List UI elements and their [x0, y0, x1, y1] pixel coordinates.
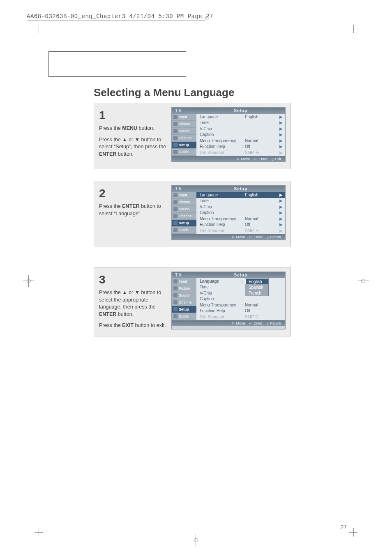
footer-enter: ↵Enter: [249, 321, 263, 325]
osd-row-time[interactable]: Time▶: [196, 120, 285, 126]
footer-return: ▯Return: [267, 235, 281, 239]
osd-row-vchip[interactable]: V-Chip▶: [196, 126, 285, 132]
osd-row-time[interactable]: Time: [196, 284, 285, 290]
chevron-right-icon: ▶: [279, 228, 283, 233]
return-icon: ▯: [267, 235, 269, 239]
sidebar-item-channel[interactable]: Channel: [172, 135, 196, 142]
sidebar-item-input[interactable]: Input: [172, 114, 196, 121]
registration-mark-icon: [357, 275, 369, 287]
osd-title: Setup: [196, 187, 285, 191]
picture-icon: [173, 122, 178, 126]
enter-icon: ↵: [249, 235, 252, 239]
guide-icon: [173, 314, 178, 318]
osd-screenshot-3: T V Setup Input Picture Sound Channel Se…: [171, 272, 286, 329]
osd-row-caption[interactable]: Caption▶: [196, 210, 285, 216]
sidebar-item-channel[interactable]: Channel: [172, 299, 196, 306]
header-rule: [27, 21, 205, 21]
step-3-text: 3 Press the ▲ or ▼ button to select the …: [99, 272, 166, 329]
osd-screenshot-1: T V Setup Input Picture Sound Channel Se…: [171, 107, 286, 162]
chevron-right-icon: ▶: [279, 132, 283, 137]
footer-enter: ↵Enter: [249, 235, 263, 239]
guide-icon: [173, 228, 178, 232]
sidebar-item-setup[interactable]: Setup: [172, 142, 196, 149]
osd-row-transparency[interactable]: Menu Transparency:Normal▶: [196, 138, 285, 144]
print-runner: AA68-03263B-00_eng_Chapter3 4/21/04 5:30…: [27, 13, 213, 20]
chevron-right-icon: ▶: [279, 205, 283, 209]
crop-tick-icon: [35, 25, 43, 33]
sidebar-item-guide[interactable]: Guide: [172, 149, 196, 156]
sidebar-item-sound[interactable]: Sound: [172, 292, 196, 299]
chevron-right-icon: ▶: [279, 222, 283, 227]
sound-icon: [173, 293, 178, 297]
updown-icon: ⇕: [231, 235, 235, 239]
section-placeholder-box: [48, 51, 186, 77]
sidebar-item-guide[interactable]: Guide: [172, 227, 196, 234]
osd-screenshot-2: T V Setup Input Picture Sound Channel Se…: [171, 185, 286, 240]
chevron-right-icon: ▶: [279, 150, 283, 155]
osd-row-functionhelp[interactable]: Function Help:Off▶: [196, 222, 285, 228]
chevron-right-icon: ▶: [279, 120, 283, 125]
sidebar-item-channel[interactable]: Channel: [172, 213, 196, 220]
registration-mark-icon: [201, 12, 213, 24]
popup-option-french[interactable]: French: [245, 290, 268, 296]
setup-icon: [173, 221, 178, 225]
sidebar-item-picture[interactable]: Picture: [172, 121, 196, 128]
osd-row-transparency[interactable]: Menu Transparency:Normal▶: [196, 216, 285, 222]
footer-move: ⇕Move: [231, 235, 245, 239]
updown-icon: ⇕: [236, 157, 240, 161]
chevron-right-icon: ▶: [279, 193, 283, 197]
chevron-right-icon: ▶: [279, 127, 283, 131]
step-1-number: 1: [99, 107, 166, 123]
sidebar-item-sound[interactable]: Sound: [172, 206, 196, 213]
osd-row-transparency[interactable]: Menu Transparency:Normal: [196, 302, 285, 308]
registration-mark-icon: [190, 534, 202, 546]
sidebar-item-guide[interactable]: Guide: [172, 313, 196, 320]
osd-title: Setup: [196, 108, 285, 113]
sound-icon: [173, 129, 178, 133]
osd-row-time[interactable]: Time▶: [196, 198, 285, 204]
enter-icon: ↵: [254, 157, 257, 161]
osd-row-dvi: DVI Standard:SMPTE▶: [196, 150, 285, 156]
sidebar-item-picture[interactable]: Picture: [172, 199, 196, 206]
popup-option-english[interactable]: English: [245, 279, 268, 284]
chevron-right-icon: ▶: [279, 115, 283, 119]
setup-icon: [173, 143, 178, 147]
osd-row-language[interactable]: Language:English▶: [196, 192, 285, 198]
osd-row-vchip[interactable]: V-Chip: [196, 290, 285, 296]
page-title: Selecting a Menu Language: [94, 86, 234, 99]
input-icon: [173, 193, 178, 197]
channel-icon: [173, 300, 178, 304]
sidebar-item-sound[interactable]: Sound: [172, 128, 196, 135]
sidebar-item-input[interactable]: Input: [172, 278, 196, 285]
osd-row-functionhelp[interactable]: Function Help:Off▶: [196, 144, 285, 150]
step-2-block: 2 Press the ENTER button to select “Lang…: [94, 181, 291, 247]
sidebar-item-picture[interactable]: Picture: [172, 285, 196, 292]
osd-row-vchip[interactable]: V-Chip▶: [196, 204, 285, 210]
osd-sidebar: Input Picture Sound Channel Setup Guide: [172, 278, 196, 320]
osd-title: Setup: [196, 273, 285, 277]
return-icon: ▯: [267, 321, 269, 325]
osd-row-language[interactable]: Language:: [196, 278, 285, 284]
sidebar-item-setup[interactable]: Setup: [172, 306, 196, 313]
step-2-text: 2 Press the ENTER button to select “Lang…: [99, 185, 166, 240]
chevron-right-icon: ▶: [279, 144, 283, 149]
osd-footer: ⇕Move ↵Enter ▯Return: [172, 320, 285, 326]
osd-row-caption[interactable]: Caption: [196, 296, 285, 302]
osd-row-language[interactable]: Language:English▶: [196, 114, 285, 120]
sidebar-item-input[interactable]: Input: [172, 192, 196, 199]
chevron-right-icon: ▶: [279, 198, 283, 203]
sidebar-item-setup[interactable]: Setup: [172, 220, 196, 227]
osd-header: T V Setup: [172, 186, 285, 192]
updown-icon: ⇕: [231, 321, 235, 325]
osd-tv-label: T V: [172, 273, 196, 277]
osd-list: Language:English▶ Time▶ V-Chip▶ Caption▶…: [196, 192, 285, 234]
osd-row-functionhelp[interactable]: Function Help:Off: [196, 308, 285, 314]
osd-list: Language: Time V-Chip Caption Menu Trans…: [196, 278, 285, 320]
guide-icon: [173, 150, 178, 154]
osd-row-caption[interactable]: Caption▶: [196, 132, 285, 138]
step-3-block: 3 Press the ▲ or ▼ button to select the …: [94, 267, 291, 336]
exit-icon: ▯: [272, 157, 274, 161]
popup-option-spanish[interactable]: Spanish: [245, 284, 268, 290]
footer-enter: ↵Enter: [254, 157, 267, 161]
input-icon: [173, 279, 178, 283]
